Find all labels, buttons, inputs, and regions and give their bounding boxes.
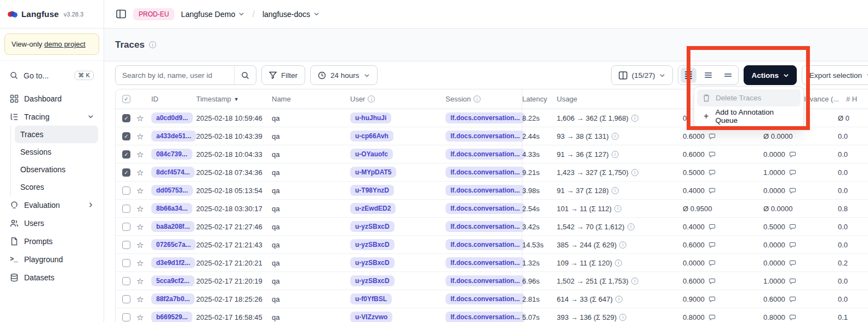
header-timestamp[interactable]: Timestamp▼	[196, 89, 272, 109]
row-height-compact-button[interactable]	[681, 67, 696, 83]
trace-id-badge[interactable]: 5cca9cf2...	[151, 275, 195, 286]
user-badge[interactable]: u-huJhuJi	[350, 112, 391, 123]
column-visibility-button[interactable]: (15/27)	[611, 65, 673, 85]
comment-bubble-icon	[709, 314, 716, 321]
name-cell: qa	[272, 218, 350, 235]
user-badge[interactable]: u-zEwdED2	[350, 203, 396, 214]
user-badge[interactable]: u-yzSBxcD	[350, 239, 395, 250]
database-icon	[10, 273, 19, 282]
session-badge[interactable]: lf.docs.conversation...	[446, 112, 525, 123]
trace-id-badge[interactable]: 88f2a7b0...	[151, 293, 195, 304]
sidebar-item-prompts[interactable]: Prompts	[5, 232, 98, 250]
bookmark-star-icon[interactable]: ☆	[136, 114, 144, 122]
export-selection-button[interactable]: Export selection	[802, 65, 868, 85]
bookmark-star-icon[interactable]: ☆	[136, 295, 144, 303]
header-name: Name	[272, 89, 350, 109]
user-badge[interactable]: u-OYauofc	[350, 149, 393, 160]
session-badge[interactable]: lf.docs.conversation...	[446, 239, 525, 250]
user-badge[interactable]: u-T98YnzD	[350, 185, 394, 196]
user-badge[interactable]: u-cp66Avh	[350, 131, 393, 142]
demo-project-link[interactable]: demo project	[44, 40, 85, 48]
trace-id-badge[interactable]: dd05753...	[151, 185, 193, 196]
sort-desc-icon: ▼	[234, 97, 239, 102]
trace-id-badge[interactable]: 8b66a34...	[151, 203, 192, 214]
session-badge[interactable]: lf.docs.conversation...	[446, 149, 525, 160]
sidebar-item-evaluation[interactable]: Evaluation	[5, 196, 98, 214]
row-checkbox[interactable]: ✓	[122, 150, 130, 159]
user-badge[interactable]: u-yzSBxcD	[350, 275, 395, 286]
search-input[interactable]	[116, 71, 234, 80]
session-badge[interactable]: lf.docs.conversation...	[446, 221, 525, 232]
session-badge[interactable]: lf.docs.conversation...	[446, 275, 525, 286]
user-badge[interactable]: u-yzSBxcD	[350, 257, 395, 268]
session-badge[interactable]: lf.docs.conversation...	[446, 131, 525, 142]
row-height-medium-button[interactable]	[700, 67, 716, 83]
bookmark-star-icon[interactable]: ☆	[136, 277, 144, 285]
trace-id-badge[interactable]: 8dcf4574...	[151, 167, 195, 178]
select-all-checkbox[interactable]: ✓	[122, 95, 130, 103]
row-checkbox[interactable]: ✓	[122, 114, 130, 122]
trace-id-badge[interactable]: a0cd0d9...	[151, 112, 193, 123]
trace-id-badge[interactable]: d3e9d1f2...	[151, 257, 195, 268]
sidebar-item-dashboard[interactable]: Dashboard	[5, 89, 98, 108]
row-checkbox[interactable]	[122, 241, 130, 249]
session-badge[interactable]: lf.docs.conversation...	[446, 293, 525, 304]
bookmark-star-icon[interactable]: ☆	[136, 259, 144, 267]
user-badge[interactable]: u-MYpDAT5	[350, 167, 396, 178]
sidebar-item-traces[interactable]: Traces	[15, 126, 98, 143]
user-badge[interactable]: u-VIZzvwo	[350, 312, 392, 322]
session-badge[interactable]: lf.docs.conversation...	[446, 203, 525, 214]
actions-button[interactable]: Actions	[744, 65, 797, 85]
session-badge[interactable]: lf.docs.conversation...	[446, 167, 525, 178]
menu-item-add-to-annotation-queue[interactable]: + Add to Annotation Queue	[697, 108, 801, 125]
project-switcher[interactable]: langfuse-docs	[262, 10, 319, 19]
trace-id-badge[interactable]: a433de51...	[151, 131, 196, 142]
trace-id-badge[interactable]: 07265c7a...	[151, 239, 196, 250]
filter-button[interactable]: Filter	[261, 65, 305, 85]
name-cell: qa	[272, 127, 350, 145]
row-checkbox[interactable]	[122, 223, 130, 231]
row-checkbox[interactable]	[122, 259, 130, 267]
user-badge[interactable]: u-f0YfBSL	[350, 293, 392, 304]
bookmark-star-icon[interactable]: ☆	[136, 150, 144, 159]
sidebar-item-scores[interactable]: Scores	[15, 178, 98, 196]
trace-id-badge[interactable]: b669529...	[151, 312, 192, 322]
sidebar-item-tracing[interactable]: Tracing	[5, 108, 98, 126]
user-badge[interactable]: u-yzSBxcD	[350, 221, 395, 232]
sidebar-item-sessions[interactable]: Sessions	[15, 143, 98, 161]
row-checkbox[interactable]	[122, 295, 130, 303]
trace-id-badge[interactable]: ba8a208f...	[151, 221, 195, 232]
session-badge[interactable]: lf.docs.conversation...	[446, 185, 525, 196]
row-checkbox[interactable]: ✓	[122, 168, 130, 177]
time-range-button[interactable]: 24 hours	[310, 65, 378, 85]
bookmark-star-icon[interactable]: ☆	[136, 241, 144, 249]
bookmark-star-icon[interactable]: ☆	[136, 168, 144, 177]
trace-id-badge[interactable]: 084c739...	[151, 149, 192, 160]
score-cell-1: 0.0000	[683, 254, 763, 272]
timestamp-cell: 2025-02-17 21:21:43	[196, 236, 272, 253]
org-switcher[interactable]: Langfuse Demo	[181, 10, 244, 19]
session-badge[interactable]: lf.docs.conversation...	[446, 312, 525, 322]
info-icon: i	[631, 278, 638, 285]
menu-item-delete-traces[interactable]: Delete Traces	[697, 89, 801, 106]
sidebar-item-datasets[interactable]: Datasets	[5, 268, 98, 286]
row-checkbox[interactable]	[122, 277, 130, 285]
session-badge[interactable]: lf.docs.conversation...	[446, 257, 525, 268]
sidebar-item-playground[interactable]: >_ Playground	[5, 250, 98, 268]
bookmark-star-icon[interactable]: ☆	[136, 132, 144, 140]
sidebar-item-users[interactable]: Users	[5, 214, 98, 232]
search-submit[interactable]	[234, 66, 256, 84]
bookmark-star-icon[interactable]: ☆	[136, 187, 144, 195]
sidebar-toggle-icon[interactable]	[116, 9, 127, 19]
row-checkbox[interactable]	[122, 313, 130, 321]
goto-search[interactable]: Go to... ⌘ K	[5, 66, 98, 84]
row-height-tall-button[interactable]	[720, 67, 736, 83]
row-height-selector	[678, 65, 739, 85]
row-checkbox[interactable]	[122, 187, 130, 195]
sidebar-item-observations[interactable]: Observations	[15, 161, 98, 178]
row-checkbox[interactable]	[122, 205, 130, 213]
bookmark-star-icon[interactable]: ☆	[136, 313, 144, 321]
row-checkbox[interactable]: ✓	[122, 132, 130, 140]
bookmark-star-icon[interactable]: ☆	[136, 205, 144, 213]
bookmark-star-icon[interactable]: ☆	[136, 223, 144, 231]
